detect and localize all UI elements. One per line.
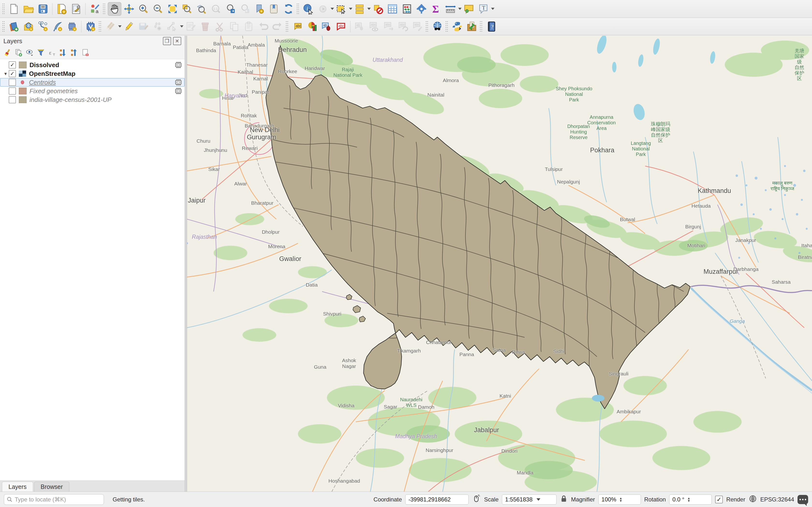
layer-checkbox[interactable]: ✓ (9, 88, 16, 95)
zoom-to-selection-icon[interactable] (180, 2, 194, 16)
undo-icon[interactable] (256, 20, 270, 33)
metasearch-icon[interactable] (430, 20, 444, 33)
delete-selected-icon[interactable] (198, 20, 212, 33)
toolbar-drag-handle[interactable] (426, 21, 428, 32)
pan-map-icon[interactable] (108, 2, 121, 16)
layer-row-india-village-census[interactable]: ✓ india-village-census-2001-UP (0, 95, 185, 104)
zoom-native-icon[interactable]: 1:1 (209, 2, 223, 16)
tab-browser[interactable]: Browser (34, 482, 69, 492)
layer-label[interactable]: Dissolved (30, 61, 59, 69)
highlight-pinned-labels-icon[interactable]: abc (334, 20, 348, 33)
panel-splitter[interactable] (185, 36, 187, 492)
redo-icon[interactable] (271, 20, 285, 33)
select-features-icon[interactable] (335, 2, 348, 16)
rotation-spinbox[interactable]: 0.0 °▲▼ (669, 495, 712, 505)
dropdown-arrow[interactable] (118, 25, 121, 27)
pin-labels-icon[interactable]: ab (320, 20, 333, 33)
layer-row-fixed-geometries[interactable]: ✓ Fixed geometries (0, 87, 185, 95)
remove-layer-icon[interactable] (80, 47, 91, 58)
tab-layers[interactable]: Layers (2, 482, 33, 492)
manage-map-themes-icon[interactable] (24, 47, 35, 58)
open-project-icon[interactable] (22, 2, 35, 16)
zoom-next-icon[interactable] (238, 2, 252, 16)
statistical-summary-icon[interactable]: Σ (429, 2, 443, 16)
toolbar-drag-handle[interactable] (103, 4, 105, 14)
coordinate-input[interactable]: -39981,2918662 (405, 495, 469, 505)
paste-features-icon[interactable] (242, 20, 255, 33)
vertex-tool-icon[interactable] (165, 20, 179, 33)
save-project-icon[interactable] (36, 2, 50, 16)
filter-by-expression-icon[interactable]: ε (46, 47, 57, 58)
layer-row-openstreetmap[interactable]: ▾ ✓ OpenStreetMap (0, 69, 185, 78)
dropdown-arrow[interactable] (180, 25, 184, 27)
processing-toolbox-icon[interactable] (415, 2, 428, 16)
locator-search-input[interactable]: Type to locate (⌘K) (4, 494, 104, 505)
layer-diagram-icon[interactable] (305, 20, 319, 33)
memory-layer-indicator-icon[interactable] (173, 78, 183, 86)
magnifier-spinbox[interactable]: 100%▲▼ (598, 495, 641, 505)
run-feature-action-icon[interactable] (316, 2, 329, 16)
extents-toggle-icon[interactable] (472, 495, 481, 505)
identify-features-icon[interactable]: i (302, 2, 315, 16)
new-geopackage-layer-icon[interactable] (22, 20, 35, 33)
python-console-icon[interactable] (451, 20, 464, 33)
layer-expander[interactable]: ▾ (2, 71, 9, 76)
refresh-icon[interactable] (282, 2, 295, 16)
scale-combo[interactable]: 1:5561838 (502, 495, 557, 505)
add-record-icon[interactable] (151, 20, 164, 33)
new-virtual-layer-icon[interactable] (84, 20, 97, 33)
layer-label[interactable]: OpenStreetMap (29, 70, 75, 77)
toolbar-drag-handle[interactable] (286, 21, 288, 32)
dropdown-arrow[interactable] (331, 8, 334, 10)
layer-checkbox[interactable]: ✓ (9, 79, 16, 86)
new-print-layout-icon[interactable] (55, 2, 68, 16)
open-recent-data-icon[interactable] (465, 20, 478, 33)
toolbar-drag-handle[interactable] (297, 4, 299, 14)
copy-features-icon[interactable] (227, 20, 241, 33)
memory-layer-indicator-icon[interactable] (173, 61, 183, 69)
messages-icon[interactable] (798, 495, 808, 504)
layer-checkbox[interactable]: ✓ (9, 96, 16, 103)
layer-row-centroids[interactable]: ✓ Centroids (0, 78, 185, 87)
style-manager-icon[interactable]: a (88, 2, 101, 16)
text-annotation-icon[interactable]: T (476, 2, 490, 16)
current-edits-icon[interactable] (104, 20, 117, 33)
toolbar-drag-handle[interactable] (480, 21, 483, 32)
add-group-icon[interactable] (13, 47, 24, 58)
measure-icon[interactable] (444, 2, 457, 16)
layer-label[interactable]: Centroids (29, 79, 56, 86)
dropdown-arrow[interactable] (367, 8, 371, 10)
toolbar-drag-handle[interactable] (99, 21, 101, 32)
map-tips-icon[interactable] (462, 2, 475, 16)
zoom-out-icon[interactable] (151, 2, 165, 16)
filter-legend-icon[interactable] (35, 47, 46, 58)
crs-indicator[interactable]: EPSG:32644 (760, 496, 794, 503)
layer-checkbox[interactable]: ✓ (9, 70, 16, 77)
layer-checkbox[interactable]: ✓ (9, 61, 16, 68)
change-label-icon[interactable]: abc (411, 20, 424, 33)
memory-layer-indicator-icon[interactable] (173, 87, 183, 95)
toolbar-drag-handle[interactable] (2, 21, 5, 32)
zoom-full-icon[interactable] (166, 2, 179, 16)
panel-close-icon[interactable]: ✕ (173, 37, 181, 45)
open-layer-styling-icon[interactable] (2, 47, 13, 58)
zoom-to-layer-icon[interactable] (195, 2, 208, 16)
move-label-diagram-icon[interactable]: abc (382, 20, 395, 33)
open-attribute-table-icon[interactable] (386, 2, 399, 16)
lock-scale-icon[interactable] (560, 495, 568, 504)
rotate-label-icon[interactable]: abc (396, 20, 410, 33)
show-spatial-bookmarks-icon[interactable] (267, 2, 281, 16)
dropdown-arrow[interactable] (349, 8, 352, 10)
toggle-editing-icon[interactable] (122, 20, 136, 33)
expand-all-icon[interactable] (57, 47, 69, 58)
zoom-in-icon[interactable] (137, 2, 150, 16)
dropdown-arrow[interactable] (491, 8, 495, 10)
new-project-icon[interactable] (7, 2, 21, 16)
cut-features-icon[interactable] (213, 20, 226, 33)
layer-label[interactable]: Fixed geometries (30, 88, 78, 95)
select-features-by-value-icon[interactable] (353, 2, 366, 16)
toolbar-drag-handle[interactable] (446, 21, 448, 32)
move-label-icon[interactable]: ab (353, 20, 366, 33)
modify-attributes-icon[interactable] (184, 20, 197, 33)
collapse-all-icon[interactable] (69, 47, 80, 58)
